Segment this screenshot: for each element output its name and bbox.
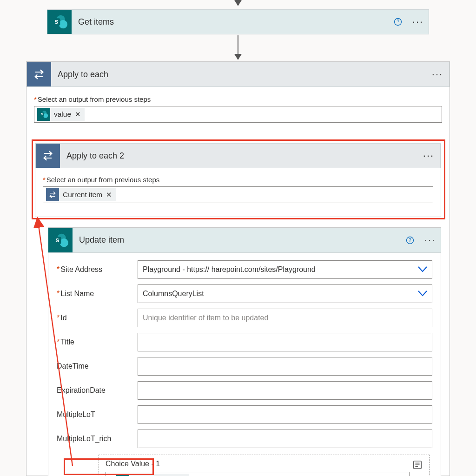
token-choice-value[interactable]: S Choice Value ✕: [116, 474, 189, 476]
row-site-address: Site Address Playground - https:// harep…: [48, 260, 441, 279]
loop-icon: [36, 144, 60, 168]
more-menu[interactable]: ···: [417, 150, 440, 162]
token-remove-icon[interactable]: ✕: [106, 191, 112, 199]
label-select-output: Select an output from previous steps: [34, 95, 442, 103]
panel-update-item: S Update item ? ··· Site Address Playgro…: [48, 227, 441, 476]
token-value[interactable]: S value ✕: [37, 108, 85, 121]
switch-mode-icon[interactable]: [412, 460, 423, 470]
loop-icon: [27, 62, 51, 86]
card-apply-to-each-2[interactable]: Apply to each 2 ···: [35, 143, 441, 168]
combo-list-name[interactable]: ColumnsQueryList: [138, 284, 432, 303]
input-choice-value[interactable]: S Choice Value ✕: [106, 472, 410, 476]
row-list-name: List Name ColumnsQueryList: [48, 284, 441, 303]
row-mlot: MultipleLoT: [48, 405, 441, 424]
help-icon[interactable]: ?: [393, 17, 407, 26]
card-update-item[interactable]: S Update item ? ···: [48, 228, 441, 253]
input-expiration[interactable]: [138, 381, 432, 400]
svg-line-5: [38, 222, 73, 466]
clear-item-icon[interactable]: ✕: [414, 474, 423, 476]
panel-apply-to-each-2: Apply to each 2 ··· Select an output fro…: [35, 143, 441, 217]
combo-site-address[interactable]: Playground - https:// harepoint.com/site…: [138, 260, 432, 279]
svg-text:?: ?: [409, 238, 411, 243]
help-icon[interactable]: ?: [405, 236, 419, 245]
combo-value: Playground - https:// harepoint.com/site…: [143, 265, 418, 274]
row-datetime: DateTime: [48, 357, 441, 376]
card-title: Update item: [73, 235, 405, 245]
row-id: Id Unique identifier of item to be updat…: [48, 309, 441, 327]
panel-apply-to-each: Apply to each ··· Select an output from …: [26, 61, 450, 476]
sharepoint-icon: S: [37, 108, 50, 121]
flow-connector-arrowhead: [234, 54, 242, 60]
chevron-down-icon: [418, 266, 427, 273]
input-datetime[interactable]: [138, 357, 432, 376]
flow-connector-top: [234, 0, 242, 6]
token-remove-icon[interactable]: ✕: [75, 110, 81, 119]
input-mlot-rich[interactable]: [138, 430, 432, 448]
chevron-down-icon: [418, 291, 427, 297]
more-menu[interactable]: ···: [426, 68, 449, 80]
combo-value: ColumnsQueryList: [143, 290, 418, 298]
card-title: Apply to each 2: [60, 151, 417, 161]
sharepoint-icon: S: [116, 474, 129, 476]
loop-icon: [46, 188, 59, 201]
input-select-output[interactable]: Current item ✕: [43, 186, 433, 203]
more-menu[interactable]: ···: [419, 234, 441, 246]
card-apply-to-each[interactable]: Apply to each ···: [26, 62, 450, 87]
annotation-arrow: [35, 219, 82, 470]
row-expiration: ExpirationDate: [48, 381, 441, 400]
token-label: Current item: [63, 191, 102, 199]
row-mlot-rich: MultipleLoT_rich: [48, 430, 441, 448]
card-title: Get items: [72, 17, 393, 27]
input-mlot[interactable]: [138, 405, 432, 424]
input-select-output[interactable]: S value ✕: [34, 106, 442, 123]
card-title: Apply to each: [51, 70, 426, 79]
token-label: value: [54, 110, 71, 119]
more-menu[interactable]: ···: [407, 16, 429, 28]
section-choice-value: Choice Value - 1 S Choice Value ✕ ✕: [99, 455, 430, 476]
input-id[interactable]: Unique identifier of item to be updated: [138, 309, 432, 327]
label-choice-section: Choice Value - 1: [106, 460, 412, 470]
card-get-items[interactable]: S Get items ? ···: [47, 9, 429, 34]
row-title: Title: [48, 333, 441, 351]
svg-text:?: ?: [397, 19, 399, 24]
label-select-output: Select an output from previous steps: [43, 176, 433, 184]
sharepoint-icon: S: [47, 10, 72, 34]
input-title[interactable]: [138, 333, 432, 351]
flow-connector: [238, 35, 238, 55]
token-current-item[interactable]: Current item ✕: [46, 188, 116, 201]
